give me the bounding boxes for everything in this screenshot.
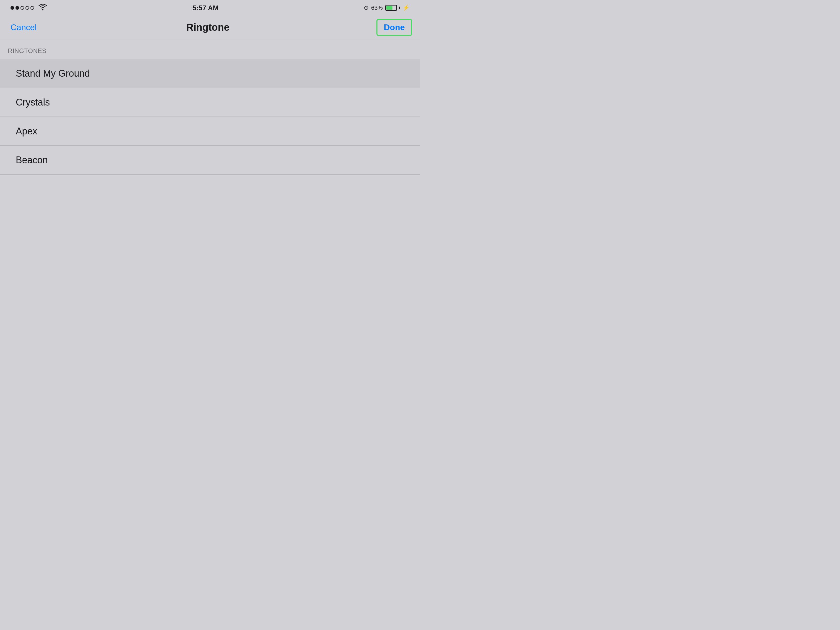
signal-dot-4 [25,6,29,10]
list-item[interactable]: Beacon [0,146,420,175]
battery-body [385,5,397,11]
ringtone-name: Stand My Ground [16,68,90,79]
ringtone-list: Stand My GroundCrystalsApexBeacon [0,59,420,175]
ringtone-name: Apex [16,126,37,137]
section-header: RINGTONES [0,39,420,59]
list-item[interactable]: Apex [0,117,420,146]
charging-icon: ⚡ [403,5,409,11]
signal-dot-5 [30,6,34,10]
list-item[interactable]: Crystals [0,88,420,117]
cancel-button[interactable]: Cancel [8,20,39,35]
status-right: ⊙ 63% ⚡ [364,5,409,11]
signal-dot-1 [11,6,14,10]
ringtone-name: Crystals [16,97,50,108]
battery-icon [385,5,400,11]
svg-point-0 [42,9,44,11]
battery-tip [399,6,400,9]
signal-dot-3 [21,6,24,10]
signal-dots [11,6,34,10]
status-time: 5:57 AM [193,4,219,12]
signal-dot-2 [16,6,19,10]
battery-percent: 63% [371,5,383,11]
wifi-icon [38,4,47,12]
page-title: Ringtone [186,22,229,33]
status-bar: 5:57 AM ⊙ 63% ⚡ [0,0,420,16]
done-button[interactable]: Done [376,19,412,36]
signal-area [11,4,47,12]
battery-fill [387,6,392,10]
section-header-text: RINGTONES [8,47,46,54]
nav-bar: Cancel Ringtone Done [0,16,420,39]
list-item[interactable]: Stand My Ground [0,59,420,88]
lock-icon: ⊙ [364,5,369,11]
ringtone-name: Beacon [16,155,48,166]
